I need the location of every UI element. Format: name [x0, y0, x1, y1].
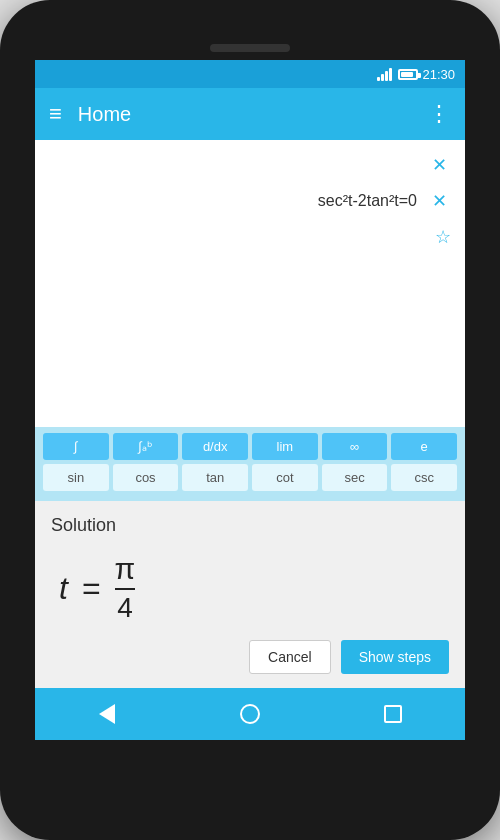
status-time: 21:30	[422, 67, 455, 82]
signal-bar-3	[385, 71, 388, 81]
keyboard-area: ∫ ∫ₐᵇ d/dx lim ∞ e sin cos tan cot sec c…	[35, 427, 465, 501]
close-icon-2[interactable]: ✕	[427, 190, 451, 212]
phone-shell: 21:30 ≡ Home ⋮ ✕ sec²t-2tan²t=0 ✕	[0, 0, 500, 840]
key-definite-integral[interactable]: ∫ₐᵇ	[113, 433, 179, 460]
solution-fraction: π 4	[115, 554, 136, 622]
key-derivative[interactable]: d/dx	[182, 433, 248, 460]
home-icon	[240, 704, 260, 724]
signal-bars	[377, 67, 392, 81]
keyboard-row-1: ∫ ∫ₐᵇ d/dx lim ∞ e	[43, 433, 457, 460]
key-cos[interactable]: cos	[113, 464, 179, 491]
phone-top	[0, 0, 500, 60]
hamburger-icon[interactable]: ≡	[49, 101, 62, 127]
expression-text-2: sec²t-2tan²t=0	[49, 192, 417, 210]
solution-numerator: π	[115, 554, 136, 586]
expression-row-1: ✕	[49, 150, 451, 180]
key-tan[interactable]: tan	[182, 464, 248, 491]
home-button[interactable]	[230, 694, 270, 734]
key-integral[interactable]: ∫	[43, 433, 109, 460]
phone-screen: 21:30 ≡ Home ⋮ ✕ sec²t-2tan²t=0 ✕	[35, 60, 465, 740]
expression-row-2: sec²t-2tan²t=0 ✕	[49, 186, 451, 216]
app-bar-title: Home	[78, 103, 428, 126]
main-content: ✕ sec²t-2tan²t=0 ✕ ☆ ∫ ∫ₐᵇ d/dx	[35, 140, 465, 740]
solution-equation: t = π 4	[51, 546, 449, 636]
signal-bar-2	[381, 74, 384, 81]
solution-title: Solution	[51, 515, 449, 536]
status-icons	[377, 67, 418, 81]
more-options-icon[interactable]: ⋮	[428, 101, 451, 127]
signal-bar-4	[389, 68, 392, 81]
recents-button[interactable]	[373, 694, 413, 734]
recents-icon	[384, 705, 402, 723]
fraction-line	[115, 588, 136, 590]
star-icon[interactable]: ☆	[435, 226, 451, 248]
status-bar: 21:30	[35, 60, 465, 88]
solution-equals: =	[82, 570, 101, 607]
expression-area: ✕ sec²t-2tan²t=0 ✕ ☆	[35, 140, 465, 427]
solution-variable: t	[59, 570, 68, 607]
key-sec[interactable]: sec	[322, 464, 388, 491]
cancel-button[interactable]: Cancel	[249, 640, 331, 674]
phone-bottom	[0, 740, 500, 840]
key-csc[interactable]: csc	[391, 464, 457, 491]
key-infinity[interactable]: ∞	[322, 433, 388, 460]
back-icon	[99, 704, 115, 724]
back-button[interactable]	[87, 694, 127, 734]
battery-fill	[401, 72, 412, 77]
key-limit[interactable]: lim	[252, 433, 318, 460]
phone-speaker	[210, 44, 290, 52]
solution-panel: Solution t = π 4 Cancel Show steps	[35, 501, 465, 688]
expression-row-3: ☆	[49, 222, 451, 252]
battery-icon	[398, 69, 418, 80]
bottom-nav	[35, 688, 465, 740]
signal-bar-1	[377, 77, 380, 81]
solution-denominator: 4	[117, 592, 133, 622]
show-steps-button[interactable]: Show steps	[341, 640, 449, 674]
key-e[interactable]: e	[391, 433, 457, 460]
app-bar: ≡ Home ⋮	[35, 88, 465, 140]
key-cot[interactable]: cot	[252, 464, 318, 491]
action-buttons: Cancel Show steps	[51, 636, 449, 676]
close-icon-1[interactable]: ✕	[427, 154, 451, 176]
key-sin[interactable]: sin	[43, 464, 109, 491]
keyboard-row-2: sin cos tan cot sec csc	[43, 464, 457, 491]
